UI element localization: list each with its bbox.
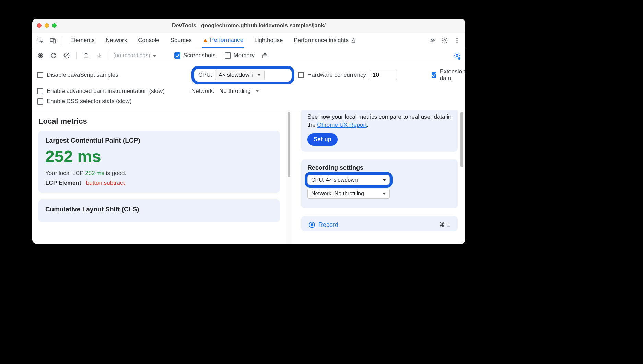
hardware-concurrency-row: Hardware concurrency: [298, 70, 428, 80]
enable-paint-instr-checkbox[interactable]: Enable advanced paint instrumentation (s…: [37, 88, 188, 95]
extension-data-label: Extension data: [440, 68, 465, 82]
clear-icon[interactable]: [61, 50, 72, 61]
disable-js-samples-label: Disable JavaScript samples: [47, 72, 118, 78]
cls-title: Cumulative Layout Shift (CLS): [45, 206, 273, 213]
field-data-card: See how your local metrics compare to re…: [301, 110, 458, 152]
download-profile-icon[interactable]: [94, 50, 105, 61]
warning-icon: ▲: [203, 37, 208, 43]
titlebar: DevTools - googlechrome.github.io/devtoo…: [32, 19, 465, 33]
chevron-down-icon: [257, 74, 261, 76]
cls-card: Cumulative Layout Shift (CLS): [38, 199, 280, 222]
settings-gear-icon[interactable]: [439, 35, 450, 46]
lcp-desc-prefix: Your local LCP: [45, 170, 85, 177]
recording-settings-card: Recording settings CPU: 4× slowdown Netw…: [301, 159, 458, 208]
scrollbar-thumb[interactable]: [288, 112, 290, 177]
main-area: Local metrics Largest Contentful Paint (…: [32, 110, 465, 244]
memory-checkbox-input[interactable]: [225, 52, 231, 59]
inspect-element-icon[interactable]: [35, 35, 46, 46]
hardware-concurrency-input[interactable]: [298, 72, 304, 78]
enable-paint-instr-input[interactable]: [37, 88, 43, 94]
chevron-down-icon: [383, 193, 386, 195]
disable-js-samples-input[interactable]: [37, 72, 43, 78]
recording-cpu-select[interactable]: CPU: 4× slowdown: [307, 175, 390, 185]
lcp-title: Largest Contentful Paint (LCP): [45, 137, 273, 144]
local-metrics-pane: Local metrics Largest Contentful Paint (…: [32, 110, 286, 244]
recordings-dropdown[interactable]: (no recordings): [113, 52, 156, 59]
memory-label: Memory: [234, 52, 255, 59]
extension-data-checkbox[interactable]: Extension data: [432, 68, 465, 82]
cpu-throttle-select[interactable]: 4× slowdown: [215, 70, 265, 80]
right-scrollbar-thumb[interactable]: [460, 112, 463, 167]
cpu-throttle-value: 4× slowdown: [219, 72, 253, 78]
hardware-concurrency-checkbox[interactable]: Hardware concurrency: [298, 72, 366, 78]
crux-report-link[interactable]: Chrome UX Report: [317, 122, 367, 128]
tab-performance-label: Performance: [210, 37, 243, 44]
setup-button[interactable]: Set up: [307, 133, 338, 146]
devtools-window: DevTools - googlechrome.github.io/devtoo…: [32, 19, 465, 244]
enable-css-stats-checkbox[interactable]: Enable CSS selector stats (slow): [37, 98, 188, 105]
tab-lighthouse[interactable]: Lighthouse: [254, 34, 283, 47]
reload-record-icon[interactable]: [48, 50, 59, 61]
tabs: Elements Network Console Sources ▲ Perfo…: [70, 33, 357, 48]
network-label: Network:: [191, 88, 214, 95]
hardware-concurrency-field[interactable]: [370, 70, 397, 80]
enable-css-stats-input[interactable]: [37, 98, 43, 105]
extension-data-input[interactable]: [432, 72, 436, 78]
cpu-label: CPU:: [198, 72, 212, 78]
more-tabs-icon[interactable]: [427, 35, 438, 46]
record-icon: [309, 222, 315, 228]
tab-console[interactable]: Console: [137, 34, 160, 47]
svg-point-10: [456, 54, 458, 57]
svg-rect-2: [53, 39, 56, 43]
recording-network-select[interactable]: Network: No throttling: [307, 189, 390, 199]
memory-checkbox[interactable]: Memory: [225, 52, 255, 59]
upload-profile-icon[interactable]: [81, 50, 92, 61]
garbage-collect-icon[interactable]: [259, 50, 270, 61]
lcp-element-label: LCP Element: [45, 180, 81, 186]
lcp-card: Largest Contentful Paint (LCP) 252 ms Yo…: [38, 131, 280, 193]
right-pane: See how your local metrics compare to re…: [292, 110, 465, 244]
lcp-element-selector[interactable]: button.subtract: [86, 180, 125, 186]
capture-settings: Disable JavaScript samples CPU: 4× slowd…: [32, 63, 465, 110]
lcp-desc-suffix: is good.: [104, 170, 126, 177]
screenshots-label: Screenshots: [183, 52, 216, 59]
tab-network[interactable]: Network: [105, 34, 128, 47]
record-button-icon[interactable]: [35, 50, 46, 61]
tab-performance[interactable]: ▲ Performance: [202, 33, 244, 48]
window-title: DevTools - googlechrome.github.io/devtoo…: [32, 23, 465, 29]
screenshots-checkbox[interactable]: Screenshots: [174, 52, 216, 59]
disable-js-samples-checkbox[interactable]: Disable JavaScript samples: [37, 72, 188, 78]
enable-css-stats-label: Enable CSS selector stats (slow): [47, 98, 132, 105]
network-throttle-row: Network: No throttling: [191, 88, 294, 95]
lcp-desc-value: 252 ms: [85, 170, 104, 177]
capture-settings-icon[interactable]: [452, 50, 463, 61]
window-controls: [37, 23, 57, 28]
close-window-button[interactable]: [37, 23, 42, 28]
svg-point-5: [456, 40, 457, 41]
svg-point-8: [39, 54, 42, 57]
minimize-window-button[interactable]: [45, 23, 49, 28]
tab-sources[interactable]: Sources: [170, 34, 192, 47]
svg-point-4: [456, 38, 457, 39]
flask-icon: [351, 38, 356, 43]
lcp-value: 252 ms: [45, 147, 273, 166]
enable-paint-instr-label: Enable advanced paint instrumentation (s…: [47, 88, 165, 95]
recording-settings-heading: Recording settings: [307, 164, 452, 171]
record-card: Record ⌘ E: [301, 216, 458, 231]
recording-cpu-value: CPU: 4× slowdown: [311, 177, 358, 183]
record-action[interactable]: Record: [309, 221, 338, 229]
hardware-concurrency-label: Hardware concurrency: [307, 72, 366, 78]
lcp-description: Your local LCP 252 ms is good.: [45, 170, 273, 177]
field-data-text: See how your local metrics compare to re…: [307, 113, 452, 129]
left-scrollbar[interactable]: [286, 110, 292, 244]
kebab-menu-icon[interactable]: [452, 35, 463, 46]
network-throttle-select[interactable]: No throttling: [219, 88, 259, 95]
tab-performance-insights[interactable]: Performance insights: [293, 34, 357, 47]
device-toolbar-icon[interactable]: [47, 35, 58, 46]
chevron-down-icon: [153, 55, 156, 57]
field-text-b: .: [367, 122, 369, 128]
maximize-window-button[interactable]: [52, 23, 57, 28]
tab-elements[interactable]: Elements: [70, 34, 95, 47]
chevron-down-icon: [383, 179, 386, 181]
screenshots-checkbox-input[interactable]: [174, 52, 180, 59]
